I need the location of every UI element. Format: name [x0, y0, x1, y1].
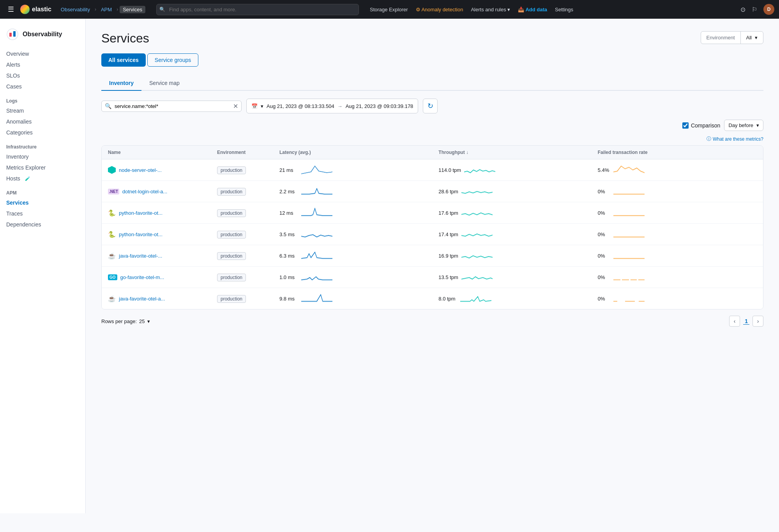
prev-page-button[interactable]: ‹: [729, 316, 740, 327]
service-icon-node: [108, 166, 116, 174]
anomaly-detection-nav[interactable]: ⚙ Anomaly detection: [416, 7, 463, 12]
comparison-checkbox[interactable]: [682, 122, 689, 129]
throughput-sparkline: [461, 250, 493, 262]
service-groups-tab[interactable]: Service groups: [147, 53, 198, 67]
sidebar-item-hosts[interactable]: Hosts 🧪: [0, 173, 85, 184]
global-search-input[interactable]: [156, 4, 359, 15]
service-name-cell: 🐍 python-favorite-ot...: [108, 209, 217, 217]
env-badge: production: [217, 231, 246, 239]
throughput-cell: 8.0 tpm: [438, 293, 597, 304]
service-link[interactable]: java-favorite-otel-a...: [119, 296, 165, 302]
sidebar-item-metrics-explorer[interactable]: Metrics Explorer: [0, 162, 85, 173]
throughput-cell: 16.9 tpm: [438, 250, 597, 262]
metrics-help-link[interactable]: ⓘ What are these metrics?: [101, 136, 763, 142]
comparison-label: Comparison: [691, 122, 720, 129]
col-latency: Latency (avg.): [279, 150, 438, 155]
sidebar-item-anomalies[interactable]: Anomalies: [0, 116, 85, 127]
latency-cell: 2.2 ms: [279, 186, 438, 197]
latency-sparkline: [301, 250, 332, 262]
service-icon-go: GO: [108, 274, 117, 280]
env-badge: production: [217, 274, 246, 281]
latency-sparkline: [301, 293, 332, 304]
sidebar-item-overview[interactable]: Overview: [0, 48, 85, 59]
rows-per-page-selector[interactable]: Rows per page: 25 ▾: [101, 318, 150, 324]
service-link[interactable]: python-favorite-ot...: [119, 210, 163, 216]
elastic-logo[interactable]: elastic: [20, 5, 51, 14]
user-menu-icon[interactable]: ⚐: [752, 6, 757, 13]
sidebar-section-apm: APM: [0, 184, 85, 197]
sidebar-item-traces[interactable]: Traces: [0, 208, 85, 219]
environment-label: Environment: [701, 32, 741, 44]
service-name-cell: node-server-otel-...: [108, 166, 217, 174]
current-page[interactable]: 1: [743, 318, 749, 325]
tab-inventory[interactable]: Inventory: [101, 76, 141, 91]
failed-sparkline: [613, 293, 645, 304]
topbar: ☰ elastic Observability › APM › Services…: [0, 0, 779, 19]
alerts-rules-nav[interactable]: Alerts and rules ▾: [471, 7, 510, 12]
svg-rect-2: [13, 31, 16, 37]
hamburger-menu[interactable]: ☰: [5, 4, 17, 15]
sidebar-item-slos[interactable]: SLOs: [0, 70, 85, 81]
latency-sparkline: [301, 207, 332, 219]
env-cell: production: [217, 188, 279, 194]
comparison-row: Comparison Day before ▾: [101, 120, 763, 131]
comparison-checkbox-label[interactable]: Comparison: [682, 122, 720, 129]
storage-explorer-nav[interactable]: Storage Explorer: [370, 7, 408, 12]
service-link[interactable]: node-server-otel-...: [119, 167, 162, 173]
tab-service-map[interactable]: Service map: [141, 76, 187, 91]
failed-sparkline: [613, 207, 645, 219]
date-range-picker[interactable]: 📅 ▾ Aug 21, 2023 @ 08:13:33.504 → Aug 21…: [246, 99, 418, 113]
sidebar-item-cases[interactable]: Cases: [0, 81, 85, 92]
sidebar-item-services[interactable]: Services: [0, 197, 85, 208]
latency-cell: 3.5 ms: [279, 228, 438, 240]
all-services-tab[interactable]: All services: [101, 53, 146, 67]
search-clear-icon[interactable]: ✕: [233, 103, 238, 110]
observability-icon: [6, 28, 19, 41]
latency-cell: 6.3 ms: [279, 250, 438, 262]
svg-point-0: [7, 29, 18, 40]
col-name: Name: [108, 150, 217, 155]
chevron-down-icon-comparison: ▾: [756, 122, 759, 128]
sidebar-item-dependencies[interactable]: Dependencies: [0, 219, 85, 230]
page-title: Services: [101, 31, 149, 46]
settings-nav[interactable]: Settings: [555, 7, 573, 12]
breadcrumb-services[interactable]: Services: [120, 6, 145, 13]
search-bar: [156, 4, 359, 15]
breadcrumb-observability[interactable]: Observability: [58, 6, 93, 13]
svg-rect-1: [9, 33, 12, 37]
service-link[interactable]: java-favorite-otel-...: [119, 253, 162, 259]
next-page-button[interactable]: ›: [753, 316, 763, 327]
rows-per-page-value: 25: [139, 318, 145, 324]
col-throughput[interactable]: Throughput ↓: [438, 150, 597, 155]
throughput-cell: 114.0 tpm: [438, 164, 597, 176]
sidebar: Observability Overview Alerts SLOs Cases…: [0, 19, 86, 513]
app-layout: Observability Overview Alerts SLOs Cases…: [0, 19, 779, 513]
sidebar-title: Observability: [23, 31, 62, 38]
failed-sparkline: [613, 271, 645, 283]
help-icon[interactable]: ⊙: [740, 6, 745, 13]
service-link[interactable]: dotnet-login-otel-a...: [122, 189, 168, 194]
sidebar-item-stream[interactable]: Stream: [0, 105, 85, 116]
refresh-button[interactable]: ↻: [423, 99, 438, 113]
sidebar-item-alerts[interactable]: Alerts: [0, 59, 85, 70]
environment-selector[interactable]: Environment All ▾: [701, 31, 763, 44]
add-data-nav[interactable]: 📥 Add data: [518, 7, 547, 12]
throughput-cell: 13.5 tpm: [438, 271, 597, 283]
failed-sparkline: [613, 228, 645, 240]
environment-value[interactable]: All ▾: [741, 32, 763, 44]
sidebar-item-categories[interactable]: Categories: [0, 127, 85, 138]
service-icon-python2: 🐍: [108, 231, 116, 238]
service-link[interactable]: go-favorite-otel-m...: [120, 274, 164, 280]
service-search-input[interactable]: [113, 101, 233, 111]
breadcrumb-apm[interactable]: APM: [98, 6, 115, 13]
comparison-period-select[interactable]: Day before ▾: [724, 120, 763, 131]
service-icon-java: ☕: [108, 252, 116, 260]
sidebar-item-inventory[interactable]: Inventory: [0, 151, 85, 162]
user-avatar[interactable]: D: [763, 4, 774, 15]
service-link[interactable]: python-favorite-ot...: [119, 232, 163, 237]
main-content: Services Environment All ▾ All services …: [86, 19, 779, 513]
sidebar-logo-area: Observability: [0, 25, 85, 48]
chevron-down-icon-rows: ▾: [147, 318, 150, 324]
service-name-cell: ☕ java-favorite-otel-...: [108, 252, 217, 260]
elastic-logo-text: elastic: [32, 6, 51, 13]
